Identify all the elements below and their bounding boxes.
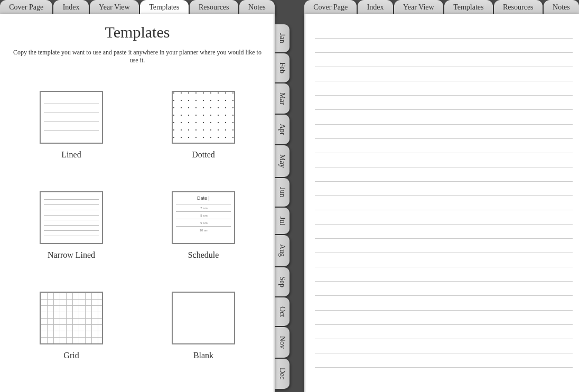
- template-preview-schedule: Date | 7 am 8 am 9 am 10 am: [172, 191, 235, 244]
- template-preview-dotted: [172, 91, 235, 144]
- tab-templates[interactable]: Templates: [140, 0, 189, 15]
- tab-notes[interactable]: Notes: [544, 0, 579, 15]
- template-blank[interactable]: Blank: [169, 292, 238, 360]
- tab-resources[interactable]: Resources: [494, 0, 543, 15]
- month-label: Jul: [278, 217, 286, 225]
- left-page: Templates Copy the template you want to …: [0, 14, 275, 392]
- tab-label: Year View: [403, 3, 434, 12]
- tab-cover-page[interactable]: Cover Page: [0, 0, 52, 15]
- month-tab-may[interactable]: May: [275, 145, 290, 177]
- schedule-row: 8 am: [176, 211, 231, 219]
- month-label: Dec: [278, 368, 286, 380]
- template-label: Schedule: [169, 250, 238, 260]
- tab-label: Year View: [99, 3, 130, 12]
- page-title: Templates: [0, 23, 275, 41]
- page-subtitle: Copy the template you want to use and pa…: [0, 49, 275, 64]
- tab-index[interactable]: Index: [358, 0, 393, 15]
- tab-label: Resources: [503, 3, 534, 12]
- template-grid[interactable]: Grid: [37, 292, 106, 360]
- tab-resources[interactable]: Resources: [190, 0, 238, 15]
- month-tab-sep[interactable]: Sep: [275, 267, 290, 296]
- right-side: Cover Page Index Year View Templates Res…: [290, 0, 579, 392]
- month-tab-nov[interactable]: Nov: [275, 327, 290, 358]
- template-label: Narrow Lined: [37, 250, 106, 260]
- schedule-date-label: Date |: [176, 195, 231, 201]
- month-label: Mar: [278, 92, 286, 105]
- template-preview-lined: [40, 91, 103, 144]
- month-tabs-left: Jan Feb Mar Apr May Jun Jul Aug Sep Oct …: [275, 24, 290, 389]
- template-preview-grid: [40, 292, 103, 344]
- template-label: Dotted: [169, 150, 238, 160]
- month-label: Oct: [278, 306, 286, 317]
- template-label: Lined: [37, 150, 106, 160]
- top-tabs-left: Cover Page Index Year View Templates Res…: [0, 0, 275, 15]
- template-schedule[interactable]: Date | 7 am 8 am 9 am 10 am Schedule: [169, 191, 238, 260]
- month-tab-jul[interactable]: Jul: [275, 208, 290, 234]
- template-label: Blank: [169, 351, 238, 360]
- template-label: Grid: [37, 351, 106, 360]
- tab-notes[interactable]: Notes: [239, 0, 275, 15]
- template-lined[interactable]: Lined: [37, 91, 106, 160]
- month-tab-apr[interactable]: Apr: [275, 115, 290, 144]
- schedule-row: 7 am: [176, 204, 231, 211]
- schedule-row: 10 am: [176, 226, 231, 234]
- planner-spread: Cover Page Index Year View Templates Res…: [0, 0, 579, 392]
- tab-label: Index: [63, 3, 80, 12]
- right-page: [304, 14, 579, 392]
- template-preview-narrow: [40, 191, 103, 244]
- tab-label: Templates: [453, 3, 483, 12]
- month-label: Apr: [278, 124, 286, 135]
- tab-label: Cover Page: [313, 3, 348, 12]
- tab-label: Notes: [248, 3, 266, 12]
- month-tab-feb[interactable]: Feb: [275, 53, 290, 82]
- month-tab-mar[interactable]: Mar: [275, 83, 290, 114]
- month-label: Sep: [278, 276, 286, 287]
- left-side: Cover Page Index Year View Templates Res…: [0, 0, 290, 392]
- tab-year-view[interactable]: Year View: [394, 0, 443, 15]
- month-tab-jan[interactable]: Jan: [275, 24, 290, 52]
- tab-label: Templates: [149, 3, 179, 12]
- month-label: May: [278, 154, 286, 168]
- tab-label: Cover Page: [9, 3, 43, 12]
- tab-label: Index: [367, 3, 384, 12]
- templates-grid: Lined Dotted Narrow Lined: [0, 64, 275, 371]
- tab-index[interactable]: Index: [53, 0, 88, 15]
- tab-templates[interactable]: Templates: [444, 0, 493, 15]
- top-tabs-right: Cover Page Index Year View Templates Res…: [304, 0, 579, 15]
- month-label: Jan: [278, 33, 286, 43]
- month-tab-dec[interactable]: Dec: [275, 359, 290, 389]
- tab-cover-page[interactable]: Cover Page: [304, 0, 357, 15]
- month-label: Aug: [278, 244, 286, 257]
- month-label: Nov: [278, 336, 286, 349]
- month-label: Jun: [278, 187, 286, 197]
- month-tab-jun[interactable]: Jun: [275, 178, 290, 207]
- template-preview-blank: [172, 292, 235, 344]
- template-narrow-lined[interactable]: Narrow Lined: [37, 191, 106, 260]
- template-dotted[interactable]: Dotted: [169, 91, 238, 160]
- lined-writing-area[interactable]: [315, 24, 573, 381]
- month-tab-oct[interactable]: Oct: [275, 297, 290, 326]
- tab-label: Notes: [553, 3, 570, 12]
- schedule-row: 9 am: [176, 219, 231, 226]
- month-tab-aug[interactable]: Aug: [275, 235, 290, 266]
- tab-year-view[interactable]: Year View: [90, 0, 139, 15]
- month-label: Feb: [278, 62, 286, 73]
- tab-label: Resources: [199, 3, 229, 12]
